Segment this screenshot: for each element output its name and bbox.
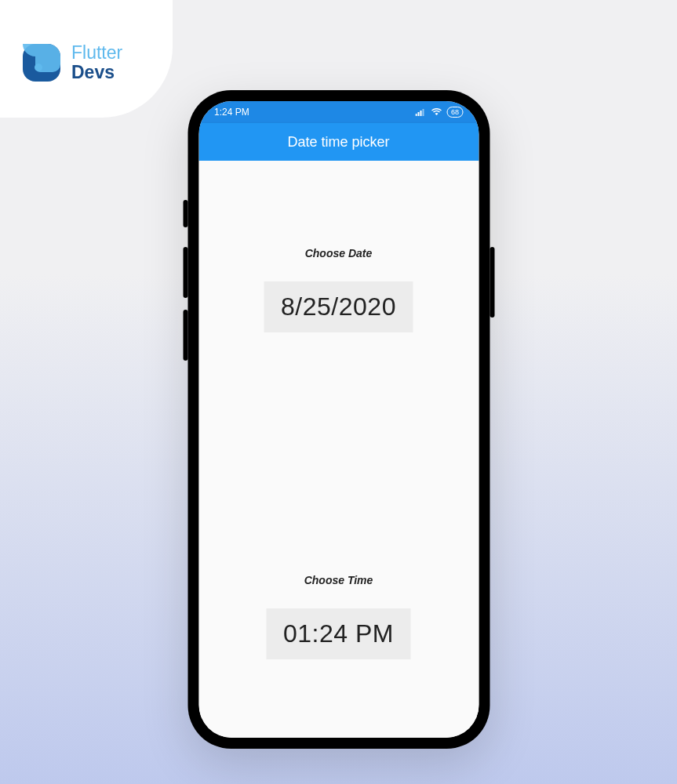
brand-line-1: Flutter (71, 43, 122, 63)
choose-time-label: Choose Time (304, 574, 373, 586)
signal-icon (416, 108, 427, 116)
date-section: Choose Date 8/25/2020 (198, 247, 479, 332)
phone-power-button (490, 247, 494, 318)
app-bar: Date time picker (198, 123, 479, 161)
svg-rect-3 (418, 112, 420, 116)
battery-level: 68 (451, 107, 459, 117)
time-section: Choose Time 01:24 PM (198, 574, 479, 659)
brand-line-2: Devs (71, 63, 122, 82)
svg-point-1 (35, 64, 42, 71)
selected-time-value: 01:24 PM (283, 619, 394, 648)
app-bar-title: Date time picker (287, 134, 389, 151)
selected-date-value: 8/25/2020 (281, 292, 396, 321)
phone-screen: 1:24 PM (198, 101, 479, 738)
date-picker-button[interactable]: 8/25/2020 (264, 281, 413, 332)
status-bar: 1:24 PM (198, 101, 479, 123)
phone-frame: 1:24 PM (187, 90, 490, 749)
spacer (198, 332, 479, 574)
time-picker-button[interactable]: 01:24 PM (266, 608, 411, 659)
brand-text: Flutter Devs (71, 43, 122, 83)
status-time: 1:24 PM (214, 107, 249, 118)
svg-rect-4 (420, 111, 422, 116)
app-body: Choose Date 8/25/2020 Choose Time 01:24 … (198, 161, 479, 738)
phone-volume-down (183, 310, 187, 361)
phone-volume-up (183, 247, 187, 298)
battery-indicator: 68 (447, 107, 463, 118)
flutter-devs-logo-icon (20, 41, 64, 85)
status-right: 68 (416, 107, 463, 118)
choose-date-label: Choose Date (305, 247, 373, 260)
phone-mute-switch (183, 200, 187, 227)
svg-rect-5 (423, 109, 424, 116)
svg-rect-2 (416, 114, 417, 116)
brand-badge: Flutter Devs (0, 0, 173, 118)
wifi-icon (431, 108, 442, 116)
